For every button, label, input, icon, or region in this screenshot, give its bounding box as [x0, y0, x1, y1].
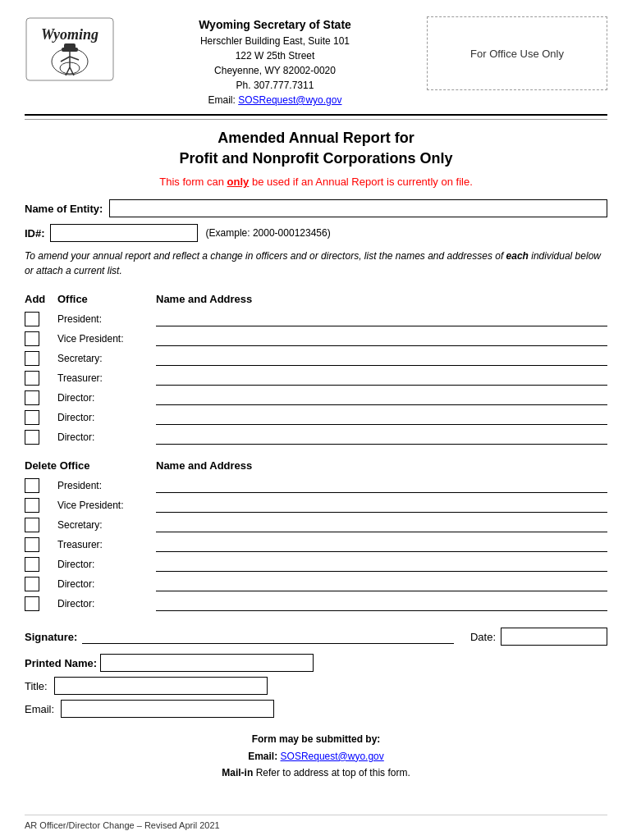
footer-text: AR Officer/Director Change – Revised Apr…: [25, 820, 220, 830]
delete-section-header: Delete Office Name and Address: [25, 459, 607, 472]
id-input[interactable]: [50, 224, 198, 242]
email-input[interactable]: [61, 700, 274, 718]
del-secretary-row: Secretary:: [25, 518, 607, 532]
del-president-checkbox-cell: [25, 478, 57, 493]
del-treasurer-label: Treasurer:: [57, 539, 156, 550]
submit-mail-label: Mail-in: [222, 767, 253, 778]
add-director2-line: [156, 410, 607, 425]
col-add-label: Add: [25, 293, 57, 305]
add-director2-label: Director:: [57, 412, 156, 423]
instructions: To amend your annual report and reflect …: [25, 249, 607, 278]
del-president-label: President:: [57, 480, 156, 491]
notice-prefix: This form can: [159, 176, 227, 188]
add-president-label: President:: [57, 313, 156, 325]
add-secretary-checkbox[interactable]: [25, 351, 39, 366]
del-director3-checkbox[interactable]: [25, 596, 39, 611]
add-director3-checkbox[interactable]: [25, 430, 39, 445]
date-field: Date:: [470, 628, 607, 646]
del-vp-checkbox[interactable]: [25, 498, 39, 513]
id-row: ID#: (Example: 2000-000123456): [25, 224, 607, 242]
del-vp-line: [156, 498, 607, 513]
id-label: ID#:: [25, 227, 45, 240]
delete-officers-list: President: Vice President: Secretary: Tr…: [25, 478, 607, 611]
agency-info: Wyoming Secretary of State Herschler Bui…: [131, 16, 419, 107]
add-secretary-line: [156, 351, 607, 366]
add-vp-checkbox-cell: [25, 331, 57, 346]
del-director2-line: [156, 577, 607, 591]
name-of-entity-input[interactable]: [109, 199, 607, 217]
del-secretary-line: [156, 518, 607, 532]
add-director2-checkbox[interactable]: [25, 410, 39, 425]
del-director2-label: Director:: [57, 578, 156, 590]
notice-text: This form can only be used if an Annual …: [25, 176, 607, 188]
add-director3-checkbox-cell: [25, 430, 57, 445]
del-treasurer-checkbox-cell: [25, 537, 57, 552]
del-treasurer-checkbox[interactable]: [25, 537, 39, 552]
add-director1-checkbox[interactable]: [25, 390, 39, 405]
add-treasurer-label: Treasurer:: [57, 372, 156, 384]
office-use-text: For Office Use Only: [470, 48, 564, 60]
del-vp-checkbox-cell: [25, 498, 57, 513]
printed-name-label: Printed Name:: [25, 657, 97, 669]
title-line1: Amended Annual Report for: [25, 128, 607, 148]
form-title: Amended Annual Report for Profit and Non…: [25, 128, 607, 169]
submit-title: Form may be submitted by:: [252, 733, 381, 745]
office-use-box: For Office Use Only: [427, 16, 607, 90]
title-input[interactable]: [54, 677, 268, 695]
signature-line-area: Signature:: [25, 629, 454, 644]
svg-line-7: [70, 57, 79, 60]
name-of-entity-row: Name of Entity:: [25, 199, 607, 217]
notice-suffix: be used if an Annual Report is currently…: [249, 176, 472, 188]
email-link[interactable]: SOSRequest@wyo.gov: [238, 94, 341, 106]
add-vp-label: Vice President:: [57, 333, 156, 345]
title-line2: Profit and Nonprofit Corporations Only: [25, 148, 607, 169]
del-director2-checkbox[interactable]: [25, 577, 39, 591]
del-secretary-label: Secretary:: [57, 519, 156, 531]
add-president-line: [156, 312, 607, 326]
del-vp-label: Vice President:: [57, 500, 156, 511]
del-director2-checkbox-cell: [25, 577, 57, 591]
del-president-checkbox[interactable]: [25, 478, 39, 493]
divider-top: [25, 114, 607, 116]
add-director3-label: Director:: [57, 431, 156, 443]
add-president-checkbox[interactable]: [25, 312, 39, 326]
submit-email-link[interactable]: SOSRequest@wyo.gov: [281, 751, 384, 762]
del-director3-line: [156, 596, 607, 611]
add-president-row: President:: [25, 312, 607, 326]
signature-section: Signature: Date:: [25, 628, 607, 646]
del-director2-row: Director:: [25, 577, 607, 591]
email-row: Email:: [25, 700, 607, 718]
add-treasurer-checkbox[interactable]: [25, 371, 39, 386]
date-input[interactable]: [501, 628, 607, 646]
address-line3: Cheyenne, WY 82002-0020: [131, 63, 419, 78]
signature-underline: [82, 629, 454, 644]
id-example: (Example: 2000-000123456): [206, 227, 331, 239]
del-secretary-checkbox[interactable]: [25, 518, 39, 532]
add-secretary-checkbox-cell: [25, 351, 57, 366]
add-officers-list: President: Vice President: Secretary: Tr…: [25, 312, 607, 445]
address-line2: 122 W 25th Street: [131, 48, 419, 63]
del-director3-label: Director:: [57, 598, 156, 609]
name-of-entity-label: Name of Entity:: [25, 203, 103, 215]
submit-email-label-text: Email:: [248, 751, 277, 762]
email-label: Email:: [208, 94, 236, 106]
add-director3-row: Director:: [25, 430, 607, 445]
add-secretary-label: Secretary:: [57, 353, 156, 364]
add-vp-checkbox[interactable]: [25, 331, 39, 346]
email-field-label: Email:: [25, 703, 54, 715]
del-president-line: [156, 478, 607, 493]
svg-rect-4: [64, 43, 76, 49]
del-treasurer-line: [156, 537, 607, 552]
divider-bottom: [25, 119, 607, 120]
phone: Ph. 307.777.7311: [131, 78, 419, 93]
col-office-label: Office: [57, 293, 156, 305]
add-director1-checkbox-cell: [25, 390, 57, 405]
svg-line-6: [61, 57, 70, 62]
del-director1-checkbox[interactable]: [25, 557, 39, 572]
del-director3-checkbox-cell: [25, 596, 57, 611]
add-treasurer-checkbox-cell: [25, 371, 57, 386]
printed-name-input[interactable]: [100, 654, 314, 672]
agency-name: Wyoming Secretary of State: [131, 16, 419, 34]
add-section-header: Add Office Name and Address: [25, 293, 607, 305]
col-name-label-add: Name and Address: [156, 293, 252, 305]
